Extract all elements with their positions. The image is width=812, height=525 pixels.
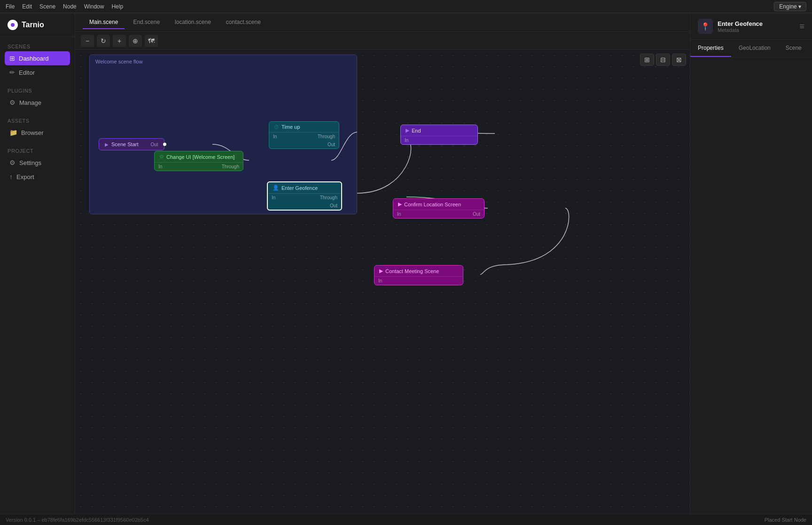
section-label-assets: Assets [5,118,70,124]
contact-meeting-ports: In [375,277,463,285]
geofence-icon: 📍 [701,22,710,31]
sidebar-label-manage: Manage [19,99,41,106]
tab-location-scene[interactable]: location.scene [168,16,218,29]
end-in: In [405,138,408,143]
change-ui-in: In [158,164,162,169]
canvas-area[interactable]: ⊞ ⊟ ⊠ Welcome scene flow [75,50,690,514]
tab-main-scene[interactable]: Main.scene [83,16,125,29]
menu-help[interactable]: Help [111,3,123,10]
editor-icon: ✏ [9,69,15,76]
menu-file[interactable]: File [6,3,15,10]
section-label-scenes: Scenes [5,44,70,49]
right-panel-title: Enter Geofence [718,20,763,27]
time-up-label: Time up [281,124,300,130]
end-icon: ▶ [406,127,409,133]
sidebar-item-dashboard[interactable]: ⊞ Dashboard [5,51,70,65]
sidebar-item-editor[interactable]: ✏ Editor [5,65,70,79]
section-label-plugins: Plugins [5,88,70,94]
confirm-location-ports: In Out [393,210,484,218]
dashboard-icon: ⊞ [9,55,15,62]
end-ports: In [401,136,477,144]
enter-geofence-ports: In Through [268,194,341,202]
sidebar-section-assets: Assets 📁 Browser [0,111,75,141]
sidebar-item-browser[interactable]: 📁 Browser [5,125,70,140]
scene-start-out-label: Out [150,142,158,147]
sidebar-logo: Tarnio [0,13,75,37]
right-panel-tab-scene[interactable]: Scene [778,40,809,57]
enter-geofence-in: In [272,195,275,200]
confirm-location-in: In [397,212,401,217]
refresh-button[interactable]: ↻ [97,35,110,47]
node-time-up-header: ⏱ Time up [269,122,339,133]
status-placed: Placed Start Node [765,517,806,523]
confirm-location-label: Confirm Location Screen [404,202,461,207]
time-up-ports: In Through [269,133,339,141]
menu-node[interactable]: Node [63,3,77,10]
confirm-location-out: Out [473,212,480,217]
time-up-in: In [273,134,277,139]
section-label-project: Project [5,148,70,154]
sidebar-label-export: Export [16,173,34,180]
tab-contact-scene[interactable]: contact.scene [219,16,267,29]
flow-region-label: Welcome scene flow [90,55,357,68]
logo-text: Tarnio [22,21,44,29]
enter-geofence-label: Enter Geofence [281,185,318,191]
right-panel-title-group: Enter Geofence Metadata [718,20,763,33]
node-enter-geofence-header: 👤 Enter Geofence [268,182,341,194]
right-panel-content [690,57,812,514]
end-label: End [412,128,421,133]
status-version: Version 0.0.1 – eb78fe6fa169b2efdc556613… [6,517,149,523]
tab-end-scene[interactable]: End.scene [126,16,166,29]
zoom-in-button[interactable]: + [113,35,126,47]
contact-meeting-in: In [378,278,382,283]
sidebar-item-settings[interactable]: ⚙ Settings [5,156,70,170]
canvas-toolbar: − ↻ + ⊕ 🗺 [75,32,690,50]
view-grid-button[interactable]: ⊞ [640,54,654,66]
node-confirm-location[interactable]: ▶ Confirm Location Screen In Out [393,198,484,219]
right-panel-menu-button[interactable]: ≡ [799,22,804,31]
tab-bar: Main.scene End.scene location.scene cont… [75,13,690,32]
right-panel-tab-geolocation[interactable]: GeoLocation [731,40,778,57]
node-end[interactable]: ▶ End In [400,125,478,145]
time-up-out: Out [328,142,335,147]
node-contact-meeting[interactable]: ▶ Contact Meeting Scene In [374,265,463,285]
view-fullscreen-button[interactable]: ⊠ [672,54,686,66]
enter-geofence-out-row: Out [268,202,341,210]
sidebar-item-export[interactable]: ↑ Export [5,170,70,184]
node-contact-meeting-header: ▶ Contact Meeting Scene [375,266,463,277]
sidebar-label-settings: Settings [19,159,41,166]
sidebar-label-browser: Browser [21,129,44,136]
contact-meeting-icon: ▶ [379,268,383,274]
enter-geofence-out: Out [330,203,337,208]
right-panel-subtitle: Metadata [718,27,763,33]
time-up-out-row: Out [269,141,339,149]
change-ui-icon: ⚙ [159,154,164,160]
engine-badge[interactable]: Engine ▾ [774,2,806,11]
content-area: Main.scene End.scene location.scene cont… [75,13,690,514]
export-icon: ↑ [9,173,13,180]
logo-dot [11,23,15,27]
menu-window[interactable]: Window [84,3,104,10]
target-button[interactable]: ⊕ [129,35,142,47]
sidebar-item-manage[interactable]: ⚙ Manage [5,95,70,110]
menu-scene[interactable]: Scene [39,3,55,10]
node-change-ui[interactable]: ⚙ Change UI [Welcome Screen] In Through [154,151,243,171]
map-button[interactable]: 🗺 [145,35,158,47]
node-time-up[interactable]: ⏱ Time up In Through Out [269,121,339,149]
enter-geofence-through: Through [320,195,337,200]
view-split-button[interactable]: ⊟ [656,54,670,66]
menu-edit[interactable]: Edit [22,3,32,10]
sidebar-label-dashboard: Dashboard [19,55,49,62]
right-panel-tabs: Properties GeoLocation Scene [690,40,812,57]
node-change-ui-header: ⚙ Change UI [Welcome Screen] [155,151,243,163]
view-controls: ⊞ ⊟ ⊠ [640,54,686,66]
node-scene-start[interactable]: ▶ Scene Start Out [99,138,164,150]
right-panel-tab-properties[interactable]: Properties [690,40,731,57]
zoom-out-button[interactable]: − [81,35,94,47]
app-body: Tarnio Scenes ⊞ Dashboard ✏ Editor Plugi… [0,13,812,514]
enter-geofence-icon: 👤 [273,185,279,191]
node-enter-geofence[interactable]: 👤 Enter Geofence In Through Out [267,181,342,211]
right-panel: 📍 Enter Geofence Metadata ≡ Properties G… [690,13,812,514]
sidebar-section-scenes: Scenes ⊞ Dashboard ✏ Editor [0,37,75,81]
change-ui-ports: In Through [155,163,243,171]
